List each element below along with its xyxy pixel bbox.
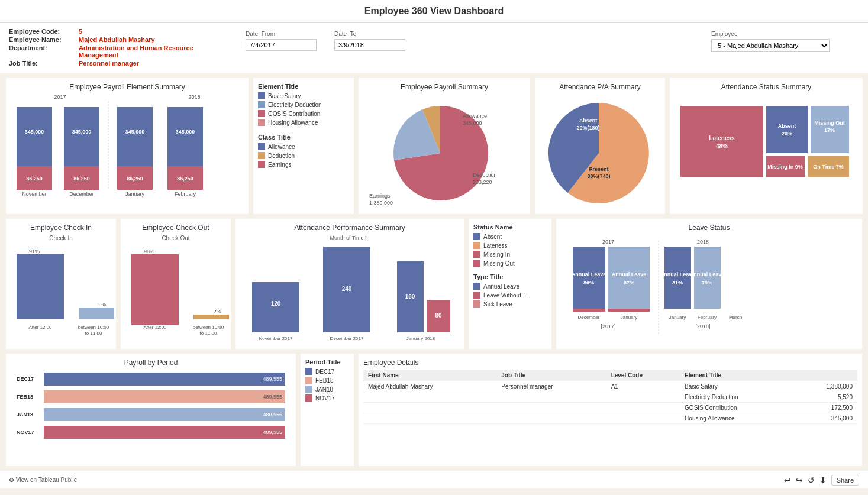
- svg-text:After 12:00: After 12:00: [28, 325, 52, 330]
- employee-details-table: Employee Details First Name Job Title Le…: [359, 354, 862, 466]
- payroll-period-chart: Payroll by Period DEC17 489,555 FEB18 48…: [6, 354, 296, 466]
- svg-text:to 11:00: to 11:00: [200, 331, 217, 336]
- basic-salary-color: [258, 92, 265, 99]
- missing-out-status-label: Missing Out: [814, 120, 845, 126]
- svg-text:December: December: [69, 191, 94, 197]
- svg-text:345,000: 345,000: [125, 129, 145, 135]
- svg-text:2%: 2%: [213, 309, 221, 315]
- absent-pa-label: Absent: [579, 118, 598, 124]
- svg-text:2017: 2017: [602, 239, 614, 245]
- svg-text:98%: 98%: [144, 248, 154, 254]
- employee-filter-label: Employee: [711, 31, 859, 37]
- emp-value-basic: 1,380,000: [793, 381, 857, 392]
- dec17-row: DEC17 489,555: [17, 373, 285, 386]
- payroll-summary-chart: Employee Payroll Summary Allowance 345,0…: [359, 78, 530, 214]
- date-filters: Date_From Date_To: [246, 28, 699, 51]
- legend-housing: Housing Allowance: [258, 119, 349, 126]
- leave-status-chart: Leave Status 2017 2018 Annual Leave 86% …: [556, 219, 862, 349]
- housing-color: [258, 119, 265, 126]
- feb18-legend: FEB18: [305, 377, 349, 384]
- status-legend: Status Name Absent Lateness Missing In M…: [469, 219, 551, 349]
- earnings-pie-label: Earnings: [369, 193, 391, 199]
- svg-rect-65: [608, 247, 650, 309]
- svg-rect-71: [694, 247, 721, 309]
- nov17-legend-label: NOV17: [315, 395, 335, 402]
- attendance-pa-title: Attendance P/A Summary: [540, 83, 660, 91]
- svg-text:20%(180): 20%(180): [576, 125, 599, 131]
- emp-name: Majed Abdullah Mashary: [363, 381, 496, 392]
- payroll-element-chart: Employee Payroll Element Summary 2017 20…: [6, 78, 249, 214]
- svg-text:Annual Leave: Annual Leave: [690, 271, 725, 277]
- date-from-input[interactable]: [246, 39, 317, 51]
- lateness-legend-label: Lateness: [483, 242, 508, 249]
- legend-deduction: Deduction: [258, 152, 349, 159]
- svg-text:48%: 48%: [716, 143, 728, 150]
- emp-value-gosis: 172,500: [793, 403, 857, 413]
- emp-value-housing: 345,000: [793, 413, 857, 424]
- svg-text:86,250: 86,250: [26, 176, 43, 182]
- sick-leave-color: [473, 300, 480, 308]
- svg-rect-81: [573, 309, 605, 312]
- nov17-color: [305, 394, 312, 402]
- date-to-input[interactable]: [334, 39, 405, 51]
- deduction-pie-label: Deduction: [473, 172, 497, 178]
- share-button[interactable]: Share: [831, 475, 859, 486]
- col-level-code: Level Code: [606, 370, 680, 381]
- period-title-label: Period Title: [305, 358, 349, 365]
- payroll-period-bars: DEC17 489,555 FEB18 489,555 JAN18 4: [11, 370, 291, 447]
- svg-text:January 2018: January 2018: [406, 336, 435, 341]
- payroll-element-title: Employee Payroll Element Summary: [11, 83, 244, 91]
- undo-icon[interactable]: ↩: [784, 475, 791, 485]
- job-value: Personnel manager: [79, 60, 139, 67]
- main-content: Employee Payroll Element Summary 2017 20…: [0, 73, 868, 471]
- col-first-name: First Name: [363, 370, 496, 381]
- employee-select-input[interactable]: 5 - Majed Abdullah Mashary: [711, 39, 830, 52]
- col-element-title: Element Title: [680, 370, 793, 381]
- dec17-color: [305, 368, 312, 375]
- missing-in-color: [473, 251, 480, 258]
- tableau-link[interactable]: ⚙ View on Tableau Public: [9, 477, 77, 483]
- svg-text:345,000: 345,000: [176, 129, 195, 135]
- legend-allowance: Allowance: [258, 143, 349, 150]
- payroll-period-title: Payroll by Period: [11, 358, 291, 367]
- table-row: Electricity Deduction 5,520: [363, 392, 857, 403]
- attendance-pa-chart: Attendance P/A Summary Absent 20%(180) P…: [535, 78, 665, 214]
- dept-label: Department:: [9, 44, 74, 59]
- period-legend: Period Title DEC17 FEB18 JAN18 NOV17: [301, 354, 354, 466]
- check-out-chart: Employee Check Out Check Out 98% 2% Afte…: [121, 219, 231, 349]
- nov17-value: 489,555: [263, 429, 282, 435]
- jan18-row: JAN18 489,555: [17, 408, 285, 421]
- leave-without-color: [473, 292, 480, 299]
- code-label: Employee Code:: [9, 28, 74, 35]
- allowance-color: [258, 143, 265, 150]
- download-icon[interactable]: ⬇: [819, 475, 827, 485]
- name-label: Employee Name:: [9, 36, 74, 43]
- svg-text:January: January: [669, 315, 686, 320]
- absent-legend-color: [473, 233, 480, 240]
- check-in-svg: 91% 9% After 12:00 between 10:00 to 11:0…: [11, 241, 111, 348]
- svg-text:1,380,000: 1,380,000: [369, 200, 393, 206]
- month-time-label: Month of Time In: [240, 235, 459, 241]
- dashboard-header: Employee 360 View Dashboard: [0, 0, 868, 23]
- payroll-element-svg: 345,000 86,250 November 345,000 86,250 D…: [11, 101, 212, 202]
- svg-text:87%: 87%: [624, 280, 634, 286]
- date-to-label: Date_To: [334, 31, 405, 37]
- svg-rect-48: [252, 282, 299, 332]
- svg-text:2018: 2018: [697, 239, 709, 245]
- feb18-legend-label: FEB18: [315, 377, 334, 384]
- nov17-bar: 489,555: [44, 426, 285, 439]
- table-row: GOSIS Contribution 172,500: [363, 403, 857, 413]
- refresh-icon[interactable]: ↺: [808, 475, 815, 485]
- emp-element-elec: Electricity Deduction: [680, 392, 793, 403]
- annual-leave-color: [473, 283, 480, 290]
- dec17-legend: DEC17: [305, 368, 349, 375]
- details-data-table: First Name Job Title Level Code Element …: [363, 370, 857, 424]
- annual-leave-type-label: Annual Leave: [483, 283, 519, 290]
- redo-icon[interactable]: ↪: [796, 475, 803, 485]
- annual-leave-legend: Annual Leave: [473, 283, 547, 290]
- svg-rect-37: [79, 308, 114, 319]
- missing-out-color: [473, 260, 480, 267]
- dashboard-title: Employee 360 View Dashboard: [6, 6, 862, 17]
- svg-rect-35: [17, 254, 64, 319]
- svg-text:December 2017: December 2017: [330, 336, 364, 341]
